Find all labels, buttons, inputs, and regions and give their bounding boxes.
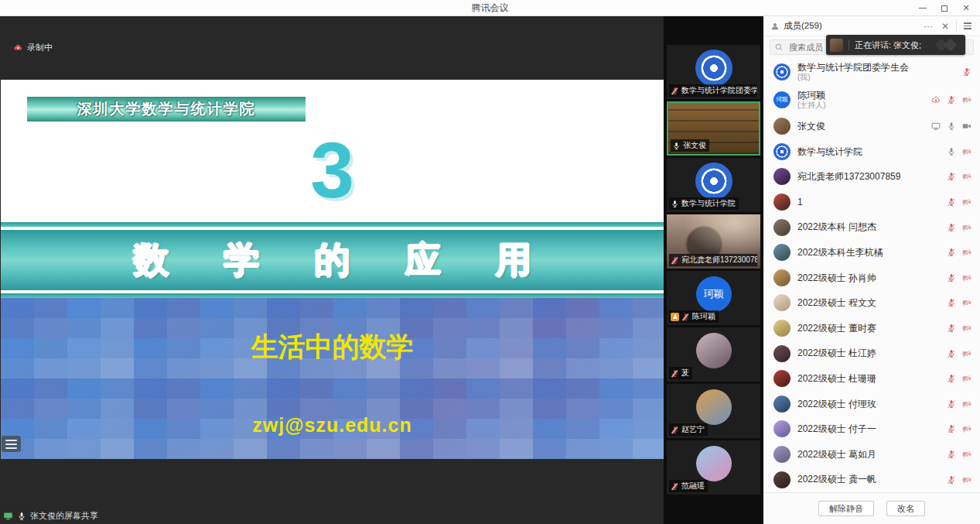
- member-row[interactable]: 2022级本科生李杭橘: [763, 240, 980, 265]
- member-status-icons: [947, 349, 971, 358]
- members-panel-title-group: 成员(259): [770, 20, 917, 32]
- mic-muted-icon: [947, 95, 956, 104]
- member-name: 2022级本科 闫想杰: [797, 221, 940, 232]
- member-row[interactable]: 2022级硕士 付子一: [763, 416, 980, 442]
- avatar: [773, 63, 790, 80]
- panel-close-button[interactable]: ✕: [937, 19, 953, 34]
- member-status-icons: [931, 122, 971, 131]
- panel-more-button[interactable]: ···: [920, 19, 936, 34]
- member-subtitle: (我): [797, 73, 955, 82]
- avatar: [773, 118, 790, 135]
- microphone-icon: [17, 512, 26, 521]
- slide-title-band: 数学的应用: [1, 230, 664, 290]
- recording-badge[interactable]: 录制中: [13, 42, 53, 53]
- recording-cloud-icon: [13, 43, 23, 53]
- camera-off-icon: [962, 273, 971, 283]
- members-panel: 成员(259) ··· ✕: [763, 16, 980, 524]
- member-row[interactable]: 2022级硕士 程文文: [763, 290, 980, 316]
- screen-share-icon: [3, 511, 13, 521]
- camera-off-icon: [962, 147, 971, 156]
- camera-off-icon: [962, 349, 971, 358]
- speaking-toast: 正在讲话: 张文俊;: [826, 35, 965, 55]
- member-name: 2022级硕士 杜江婷: [797, 348, 940, 358]
- mic-muted-icon: [671, 482, 679, 491]
- member-row[interactable]: 2022级硕士 葛如月: [763, 442, 980, 467]
- member-name: 宛北龚老师13723007859: [797, 171, 940, 182]
- meeting-main-area: 录制中 深圳大学数学与统计学院 3 数学的应用 生活中的数学 zwj@szu.e…: [0, 16, 980, 524]
- member-row[interactable]: 宛北龚老师13723007859: [763, 164, 980, 190]
- video-thumbnail[interactable]: 范融瑶: [667, 440, 760, 495]
- maximize-button[interactable]: [934, 0, 955, 16]
- member-name: 数学与统计学院团委学生会: [797, 62, 955, 73]
- member-status-icons: [962, 67, 971, 77]
- member-name: 2022级硕士 付理玫: [797, 399, 940, 409]
- mic-muted-icon: [681, 313, 690, 321]
- member-row[interactable]: 数学与统计学院: [763, 139, 980, 165]
- member-status-icons: [931, 95, 971, 104]
- mic-muted-icon: [947, 349, 956, 358]
- member-row[interactable]: 2022级硕士 龚一帆: [763, 467, 980, 492]
- members-icon: [770, 22, 780, 31]
- unmute-button[interactable]: 解除静音: [818, 501, 874, 516]
- member-row[interactable]: 2022级硕士 杜珊珊: [763, 366, 980, 392]
- minimize-icon: [919, 8, 927, 9]
- video-thumbnail-strip: 数学与统计学院团委学... 张文俊 数学与统计学院 宛北龚老师137230078…: [664, 16, 763, 524]
- member-subtitle: (主持人): [797, 101, 924, 110]
- thumbnail-name-label: 数学与统计学院: [681, 198, 736, 209]
- member-row[interactable]: 2022级硕士 董时赛: [763, 316, 980, 341]
- video-thumbnail[interactable]: 张文俊: [667, 101, 760, 156]
- video-thumbnail[interactable]: 茇: [667, 327, 760, 382]
- avatar: [773, 396, 790, 413]
- member-row[interactable]: 1: [763, 190, 980, 215]
- window-controls: ✕: [912, 0, 977, 16]
- avatar: [773, 244, 790, 261]
- screen-share-status: 张文俊的屏幕共享: [3, 509, 98, 522]
- avatar: [773, 269, 790, 286]
- member-status-icons: [947, 298, 971, 307]
- avatar: 珂颖: [696, 276, 732, 312]
- member-row[interactable]: 2022级硕士 杜江婷: [763, 341, 980, 366]
- member-status-icons: [947, 248, 971, 257]
- video-thumbnail[interactable]: 珂颖 陈珂颖: [667, 271, 760, 325]
- rename-button[interactable]: 改名: [886, 501, 925, 516]
- thumbnail-name-label: 数学与统计学院团委学...: [681, 85, 757, 96]
- member-name: 2022级硕士 龚一帆: [797, 474, 940, 485]
- thumbnail-name-label: 陈珂颖: [692, 311, 715, 322]
- mic-muted-icon: [671, 426, 679, 434]
- camera-off-icon: [962, 475, 971, 485]
- meeting-watermark-icon: [934, 37, 961, 53]
- more-icon: ···: [924, 21, 933, 32]
- member-row[interactable]: 张文俊: [763, 114, 980, 139]
- video-thumbnail[interactable]: 赵艺宁: [667, 384, 760, 438]
- mic-muted-icon: [947, 475, 956, 485]
- cloud-recording-icon: [931, 95, 941, 104]
- thumbnail-name-label: 宛北龚老师13723007859: [681, 255, 757, 265]
- panel-menu-button[interactable]: [960, 19, 975, 34]
- annotation-toolbar-button[interactable]: [2, 436, 21, 452]
- window-title: 腾讯会议: [0, 2, 980, 15]
- camera-off-icon: [962, 450, 971, 459]
- member-status-icons: [947, 223, 971, 232]
- member-status-icons: [947, 374, 971, 383]
- avatar: [696, 333, 732, 368]
- member-status-icons: [947, 399, 971, 409]
- slide-big-number: 3: [1, 131, 664, 210]
- member-name: 2022级硕士 付子一: [797, 423, 940, 434]
- member-status-icons: [947, 475, 971, 485]
- video-thumbnail[interactable]: 宛北龚老师13723007859: [667, 214, 760, 269]
- avatar: [773, 370, 790, 387]
- close-button[interactable]: ✕: [955, 0, 977, 16]
- maximize-icon: [941, 5, 948, 12]
- member-list: 数学与统计学院团委学生会 (我) 珂颖 陈珂颖 (主持人) 张文俊 数学与统计学…: [763, 58, 980, 492]
- member-row[interactable]: 2022级本科 闫想杰: [763, 214, 980, 240]
- camera-off-icon: [962, 172, 971, 181]
- avatar: [773, 294, 790, 311]
- video-thumbnail[interactable]: 数学与统计学院团委学...: [667, 45, 760, 99]
- member-row[interactable]: 数学与统计学院团委学生会 (我): [763, 58, 980, 86]
- member-row[interactable]: 珂颖 陈珂颖 (主持人): [763, 86, 980, 114]
- member-row[interactable]: 2022级硕士 付理玫: [763, 392, 980, 417]
- member-row[interactable]: 2022级硕士 孙肖帅: [763, 265, 980, 291]
- minimize-button[interactable]: [912, 0, 934, 16]
- search-icon: [774, 43, 784, 52]
- video-thumbnail[interactable]: 数学与统计学院: [667, 158, 760, 212]
